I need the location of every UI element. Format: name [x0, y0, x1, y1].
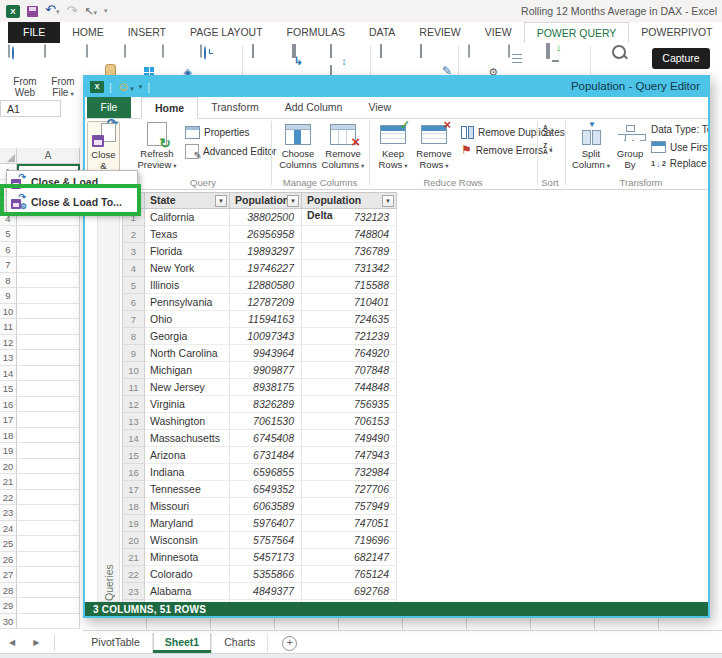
population-delta-cell[interactable]: 736789 [302, 243, 397, 260]
from-web-label[interactable]: From Web [6, 76, 44, 98]
row-number-cell[interactable]: 23 [122, 583, 145, 600]
population-cell[interactable]: 5355866 [230, 566, 302, 583]
select-all-corner[interactable] [0, 148, 17, 164]
column-header-population[interactable]: Population▼ [230, 192, 302, 209]
row-number[interactable]: 14 [0, 366, 17, 382]
split-column-button[interactable]: ▼ Split Column▾ [571, 121, 611, 171]
state-cell[interactable]: Minnesota [145, 549, 230, 566]
cell[interactable] [17, 381, 80, 397]
sheet-tab[interactable]: Sheet1 [153, 633, 212, 653]
filter-icon[interactable]: ▼ [287, 195, 299, 207]
cell[interactable] [17, 428, 80, 444]
state-cell[interactable]: New York [145, 260, 230, 277]
state-cell[interactable]: Missouri [145, 498, 230, 515]
population-delta-cell[interactable]: 764920 [302, 345, 397, 362]
replace-values-button[interactable]: 1↓2 Replace Values [651, 158, 710, 169]
state-cell[interactable]: Arizona [145, 447, 230, 464]
population-cell[interactable]: 5457173 [230, 549, 302, 566]
new-sheet-button[interactable]: + [282, 636, 297, 651]
row-number-cell[interactable]: 4 [122, 260, 145, 277]
cell[interactable] [17, 536, 80, 552]
population-delta-cell[interactable] [302, 600, 397, 602]
cell[interactable] [17, 552, 80, 568]
cell[interactable] [17, 490, 80, 506]
row-number-cell[interactable]: 11 [122, 379, 145, 396]
population-cell[interactable]: 8326289 [230, 396, 302, 413]
row-number[interactable]: 28 [0, 583, 17, 599]
population-cell[interactable]: 6745408 [230, 430, 302, 447]
feedback-smiley-icon[interactable]: ☺▾ [117, 80, 134, 95]
row-number[interactable]: 18 [0, 428, 17, 444]
sort-descending-button[interactable]: ZA↓ [543, 143, 554, 155]
cell[interactable] [17, 521, 80, 537]
ribbon-tab[interactable]: REVIEW [407, 22, 472, 43]
population-delta-cell[interactable]: 744848 [302, 379, 397, 396]
row-number-cell[interactable]: 9 [122, 345, 145, 362]
recent-sources-icon[interactable] [200, 45, 228, 75]
cell[interactable] [17, 412, 80, 428]
row-number[interactable]: 11 [0, 319, 17, 335]
state-cell[interactable]: Washington [145, 413, 230, 430]
state-cell[interactable]: California [145, 209, 230, 226]
population-delta-cell[interactable]: 710401 [302, 294, 397, 311]
population-cell[interactable]: 5757564 [230, 532, 302, 549]
population-cell[interactable]: 19746227 [230, 260, 302, 277]
save-icon[interactable] [27, 6, 38, 17]
sheet-nav-left-icon[interactable]: ◀ [0, 633, 24, 653]
ribbon-tab[interactable]: POWERPIVOT [629, 22, 722, 43]
row-number[interactable]: 7 [0, 257, 17, 273]
state-cell[interactable]: Colorado [145, 566, 230, 583]
cell[interactable] [17, 273, 80, 289]
edit-query-icon[interactable]: ✎ [420, 45, 448, 75]
row-number[interactable]: 15 [0, 381, 17, 397]
merge-icon[interactable]: ↳ [292, 45, 320, 75]
population-cell[interactable]: 26956958 [230, 226, 302, 243]
editor-tab-file[interactable]: File [87, 97, 131, 118]
cell[interactable] [17, 614, 80, 630]
sort-ascending-button[interactable]: AZ↓ [543, 125, 554, 137]
ribbon-tab[interactable]: PAGE LAYOUT [178, 22, 275, 43]
cell[interactable] [17, 474, 80, 490]
ribbon-tab[interactable]: FORMULAS [275, 22, 357, 43]
row-number-cell[interactable]: 16 [122, 464, 145, 481]
population-delta-cell[interactable]: 724635 [302, 311, 397, 328]
launch-editor-icon[interactable] [380, 45, 408, 75]
name-box[interactable]: A1 [0, 100, 61, 117]
from-azure-icon[interactable] [124, 45, 152, 75]
advanced-editor-button[interactable]: Advanced Editor [185, 144, 276, 159]
choose-columns-button[interactable]: Choose Columns [277, 121, 319, 171]
row-number[interactable]: 10 [0, 304, 17, 320]
population-delta-cell[interactable]: 765124 [302, 566, 397, 583]
query-editor-titlebar[interactable]: X | ☺▾ ▾ | Population - Query Editor [85, 77, 708, 97]
population-delta-cell[interactable]: 747051 [302, 515, 397, 532]
ribbon-tab[interactable]: VIEW [473, 22, 524, 43]
use-first-row-button[interactable]: Use First Row As [651, 141, 710, 153]
update-icon[interactable]: ↓ [546, 45, 574, 75]
row-number[interactable]: 22 [0, 490, 17, 506]
filter-icon[interactable]: ▼ [215, 195, 227, 207]
cell[interactable] [17, 397, 80, 413]
sheet-nav-right-icon[interactable]: ▶ [24, 633, 48, 653]
customize-qat-icon[interactable]: ▾ [104, 7, 108, 15]
cell[interactable] [17, 242, 80, 258]
population-cell[interactable]: 6596855 [230, 464, 302, 481]
from-other-sources-icon[interactable]: ◈ [162, 45, 190, 75]
ribbon-tab[interactable]: DATA [357, 22, 407, 43]
state-cell[interactable]: Pennsylvania [145, 294, 230, 311]
population-delta-cell[interactable]: 748804 [302, 226, 397, 243]
cell[interactable] [17, 226, 80, 242]
ribbon-tab[interactable]: INSERT [116, 22, 178, 43]
remove-rows-button[interactable]: × Remove Rows▾ [413, 121, 455, 171]
population-delta-cell[interactable]: 706153 [302, 413, 397, 430]
row-number-cell[interactable]: 8 [122, 328, 145, 345]
ribbon-tab[interactable]: HOME [60, 22, 116, 43]
population-cell[interactable] [230, 600, 302, 602]
population-delta-cell[interactable]: 682147 [302, 549, 397, 566]
row-number-cell[interactable]: 10 [122, 362, 145, 379]
state-cell[interactable]: Virginia [145, 396, 230, 413]
cell[interactable] [17, 567, 80, 583]
row-number-cell[interactable]: 21 [122, 549, 145, 566]
row-number-cell[interactable]: 3 [122, 243, 145, 260]
row-number[interactable]: 24 [0, 521, 17, 537]
sheet-tab[interactable]: PivotTable [79, 633, 152, 653]
